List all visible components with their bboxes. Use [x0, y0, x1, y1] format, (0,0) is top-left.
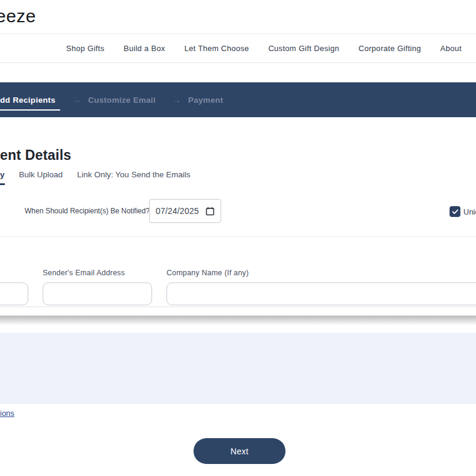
arrow-right-icon: → [172, 95, 181, 105]
tab-bulk-upload[interactable]: Bulk Upload [19, 170, 63, 185]
notify-date-input[interactable]: 07/24/2025 [149, 199, 221, 223]
scroll-shadow [0, 316, 476, 328]
unique-checkbox[interactable] [450, 206, 460, 217]
company-name-label: Company Name (If any) [166, 269, 249, 277]
next-button[interactable]: Next [194, 438, 285, 464]
divider [0, 307, 476, 307]
nav-item-build-a-box[interactable]: Build a Box [124, 44, 165, 53]
tab-link-only[interactable]: Link Only: You Send the Emails [77, 170, 190, 185]
notify-date-value: 07/24/2025 [156, 206, 199, 216]
main-nav: Shop Gifts Build a Box Let Them Choose C… [0, 34, 476, 63]
nav-item-about[interactable]: About [441, 44, 462, 53]
nav-item-shop-gifts[interactable]: Shop Gifts [66, 44, 105, 53]
recipient-row-card: Email Address Message [0, 333, 476, 404]
divider [0, 236, 476, 237]
stepper-step-add-recipients[interactable]: dd Recipients [0, 96, 55, 105]
recipient-entry-tabs: y Bulk Upload Link Only: You Send the Em… [0, 170, 191, 185]
sender-email-input[interactable] [43, 282, 152, 305]
tab-manually[interactable]: y [0, 170, 5, 185]
nav-item-let-them-choose[interactable]: Let Them Choose [185, 44, 249, 53]
unique-checkbox-label: Unique [463, 207, 476, 216]
instructions-link[interactable]: ions [0, 409, 14, 418]
notify-date-label: When Should Recipient(s) Be Notified? [25, 199, 150, 223]
sender-name-input[interactable] [0, 282, 28, 305]
arrow-right-icon: → [72, 95, 81, 105]
checkmark-icon [452, 209, 459, 215]
page-title: ent Details [0, 147, 72, 163]
stepper-step-payment[interactable]: Payment [188, 96, 223, 105]
stepper-step-customize-email[interactable]: Customize Email [88, 96, 156, 105]
sender-email-label: Sender's Email Address [43, 269, 125, 277]
calendar-icon [206, 207, 215, 216]
checkout-stepper: dd Recipients → Customize Email → Paymen… [0, 82, 476, 117]
nav-item-corporate-gifting[interactable]: Corporate Gifting [358, 44, 421, 53]
site-logo[interactable]: eeze [0, 6, 36, 26]
company-name-input[interactable] [166, 282, 476, 305]
nav-item-custom-gift-design[interactable]: Custom Gift Design [268, 44, 339, 53]
